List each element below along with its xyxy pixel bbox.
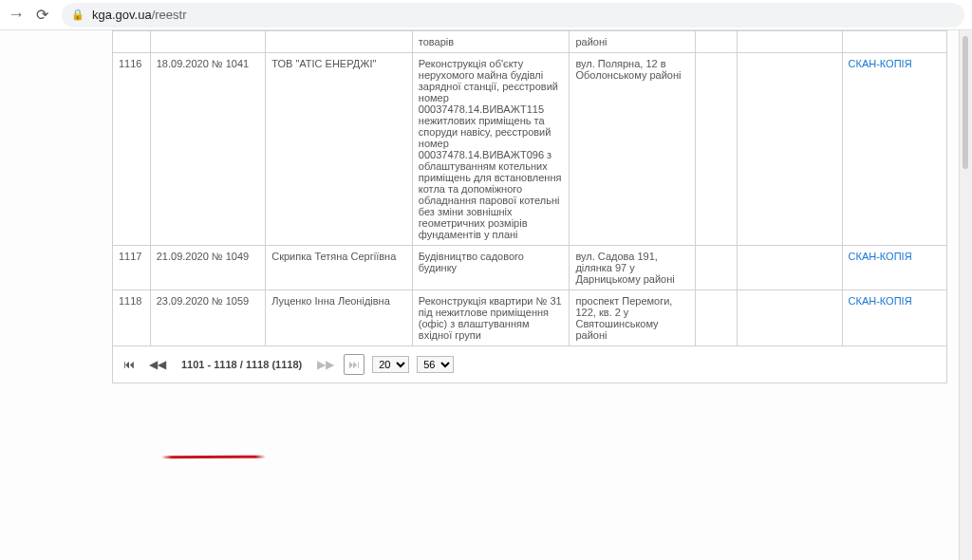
row-number: 1118 (113, 290, 151, 346)
row-date: 23.09.2020 № 1059 (150, 290, 265, 346)
row-number: 1116 (113, 53, 151, 246)
registry-panel: товарів районі 1116 18.09.2020 № 1041 ТО… (112, 30, 947, 383)
header-cell (842, 31, 946, 53)
page-range-text: 1101 - 1118 / 1118 (1118) (176, 359, 308, 370)
row-number: 1117 (113, 246, 151, 290)
reload-icon[interactable]: ⟳ (36, 6, 48, 24)
pagination-bar: ⏮ ◀◀ 1101 - 1118 / 1118 (1118) ▶▶ ⏭ 20 5… (112, 346, 947, 383)
prev-page-button[interactable]: ◀◀ (147, 354, 168, 375)
scan-copy-link[interactable]: СКАН-КОПІЯ (842, 246, 946, 290)
page-viewport: товарів районі 1116 18.09.2020 № 1041 ТО… (0, 30, 972, 560)
browser-toolbar: → ⟳ 🔒 kga.gov.ua/reestr (0, 0, 972, 30)
row-empty (695, 246, 737, 290)
forward-arrow-icon[interactable]: → (8, 5, 25, 25)
row-address: проспект Перемоги, 122, кв. 2 у Святошин… (570, 290, 696, 346)
header-cell (738, 31, 842, 53)
address-bar[interactable]: 🔒 kga.gov.ua/reestr (62, 3, 964, 28)
header-cell (113, 31, 151, 53)
first-page-button[interactable]: ⏮ (119, 354, 140, 375)
table-row: 1116 18.09.2020 № 1041 ТОВ "АТІС ЕНЕРДЖІ… (113, 53, 947, 246)
row-applicant: Луценко Інна Леонідівна (266, 290, 413, 346)
row-empty (695, 53, 737, 246)
header-cell (266, 31, 413, 53)
row-applicant: Скрипка Тетяна Сергіївна (266, 246, 413, 290)
header-cell: товарів (412, 31, 570, 53)
lock-icon: 🔒 (71, 9, 84, 21)
last-page-button[interactable]: ⏭ (344, 354, 364, 375)
row-date: 18.09.2020 № 1041 (150, 53, 265, 246)
page-size-select-2[interactable]: 56 (417, 356, 454, 373)
header-cell (695, 31, 737, 53)
table-row: 1117 21.09.2020 № 1049 Скрипка Тетяна Се… (113, 246, 947, 290)
row-date: 21.09.2020 № 1049 (150, 246, 265, 290)
row-description: Реконструкція об'єкту нерухомого майна б… (412, 53, 570, 246)
scrollbar[interactable] (959, 30, 972, 560)
header-cell: районі (570, 31, 696, 53)
row-applicant: ТОВ "АТІС ЕНЕРДЖІ" (266, 53, 413, 246)
scan-copy-link[interactable]: СКАН-КОПІЯ (842, 290, 946, 346)
red-underline-annotation (161, 456, 266, 459)
next-page-button[interactable]: ▶▶ (315, 354, 336, 375)
row-description: Будівництво садового будинку (412, 246, 570, 290)
registry-table: товарів районі 1116 18.09.2020 № 1041 ТО… (112, 30, 947, 346)
scan-copy-link[interactable]: СКАН-КОПІЯ (842, 53, 946, 246)
row-empty (695, 290, 737, 346)
table-row: 1118 23.09.2020 № 1059 Луценко Інна Леон… (113, 290, 947, 346)
row-empty (738, 290, 842, 346)
row-empty (738, 53, 842, 246)
url-text: kga.gov.ua/reestr (92, 8, 186, 22)
row-address: вул. Полярна, 12 в Оболонському районі (570, 53, 696, 246)
table-header-row: товарів районі (113, 31, 947, 53)
row-empty (738, 246, 842, 290)
page-size-select-1[interactable]: 20 (372, 356, 409, 373)
row-address: вул. Садова 191, ділянка 97 у Дарницьком… (570, 246, 696, 290)
header-cell (150, 31, 265, 53)
row-description: Реконструкція квартири № 31 під нежитлов… (412, 290, 570, 346)
